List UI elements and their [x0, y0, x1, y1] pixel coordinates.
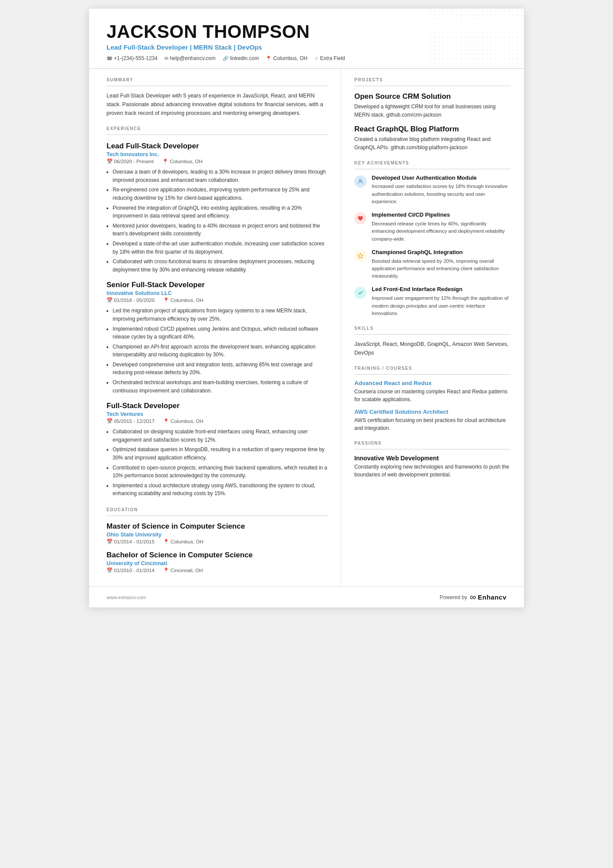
achievement-content-3: Championed GraphQL Integration Boosted d… — [372, 249, 511, 280]
extra-icon: ☆ — [314, 56, 319, 61]
project-desc-2: Created a collaborative blog platform in… — [354, 135, 511, 151]
job-title-3: Full-Stack Developer — [107, 402, 328, 410]
bullet-item: Optimized database queries in MongoDB, r… — [113, 446, 328, 462]
achievement-title-1: Developed User Authentication Module — [372, 174, 511, 182]
job-title-1: Lead Full-Stack Developer — [107, 142, 328, 151]
contact-phone: ☎ +1-(234)-555-1234 — [107, 55, 157, 61]
edu-meta-2: 📅 01/2010 - 01/2014 📍 Cincinnati, OH — [107, 567, 328, 573]
job-meta-1: 📅 06/2020 - Present 📍 Columbus, OH — [107, 158, 328, 164]
bullet-item: Pioneered the integration of GraphQL int… — [113, 204, 328, 220]
footer-website: www.enhancv.com — [107, 595, 146, 600]
bullet-item: Contributed to open-source projects, enh… — [113, 464, 328, 480]
achievement-desc-3: Boosted data retrieval speed by 20%, imp… — [372, 258, 511, 280]
bullet-item: Led the migration project of application… — [113, 307, 328, 323]
header-section: JACKSON THOMPSON Lead Full-Stack Develop… — [89, 9, 524, 68]
job-meta-3: 📅 05/2015 - 12/2017 📍 Columbus, OH — [107, 418, 328, 424]
job-title-2: Senior Full-Stack Developer — [107, 281, 328, 289]
main-content: SUMMARY Lead Full-Stack Developer with 5… — [89, 69, 524, 586]
bullet-item: Championed an API-first approach across … — [113, 343, 328, 359]
job-bullets-1: Oversaw a team of 8 developers, leading … — [107, 168, 328, 274]
svg-marker-1 — [358, 253, 363, 258]
bullet-item: Implemented a cloud architecture strateg… — [113, 482, 328, 498]
bullet-item: Mentored junior developers, leading to a… — [113, 222, 328, 238]
location-icon-edu1: 📍 — [163, 539, 169, 545]
skills-text: JavaScript, React, MongoDB, GraphQL, Ama… — [354, 340, 511, 357]
achievement-title-2: Implemented CI/CD Pipelines — [372, 211, 511, 219]
location-icon-1: 📍 — [162, 158, 168, 164]
edu-degree-1: Master of Science in Computer Science — [107, 522, 328, 531]
job-bullets-3: Collaborated on designing scalable front… — [107, 428, 328, 498]
achievement-4: Led Front-End Interface Redesign Improve… — [354, 286, 511, 317]
calendar-icon-edu1: 📅 — [107, 539, 113, 545]
summary-section-title: SUMMARY — [107, 77, 328, 82]
enhancv-logo: ∞ Enhancv — [470, 592, 506, 602]
calendar-icon-2: 📅 — [107, 297, 113, 303]
calendar-icon-edu2: 📅 — [107, 567, 113, 573]
job-location-3: 📍 Columbus, OH — [163, 418, 203, 424]
passion-title-1: Innovative Web Development — [354, 455, 511, 462]
achievement-icon-3 — [354, 250, 366, 262]
achievement-2: Implemented CI/CD Pipelines Decreased re… — [354, 211, 511, 243]
achievement-content-2: Implemented CI/CD Pipelines Decreased re… — [372, 211, 511, 243]
bullet-item: Collaborated on designing scalable front… — [113, 428, 328, 444]
right-column: PROJECTS Open Source CRM Solution Develo… — [341, 69, 524, 586]
location-icon-edu2: 📍 — [163, 567, 169, 573]
candidate-title: Lead Full-Stack Developer | MERN Stack |… — [107, 44, 506, 51]
achievements-section-title: KEY ACHIEVEMENTS — [354, 161, 511, 165]
job-location-2: 📍 Columbus, OH — [163, 297, 203, 303]
achievement-desc-1: Increased user satisfaction scores by 18… — [372, 183, 511, 205]
calendar-icon-3: 📅 — [107, 418, 113, 424]
job-date-1: 📅 06/2020 - Present — [107, 158, 153, 164]
location-icon: 📍 — [266, 56, 272, 61]
summary-text: Lead Full-Stack Developer with 5 years o… — [107, 91, 328, 117]
training-desc-2: AWS certification focusing on best pract… — [354, 416, 511, 432]
projects-section-title: PROJECTS — [354, 77, 511, 82]
job-date-2: 📅 01/2018 - 05/2020 — [107, 297, 154, 303]
edu-location-1: 📍 Columbus, OH — [163, 539, 203, 545]
project-title-1: Open Source CRM Solution — [354, 92, 511, 101]
phone-icon: ☎ — [107, 56, 113, 61]
job-meta-2: 📅 01/2018 - 05/2020 📍 Columbus, OH — [107, 297, 328, 303]
bullet-item: Developed comprehensive unit and integra… — [113, 361, 328, 377]
achievement-desc-2: Decreased release cycle times by 40%, si… — [372, 220, 511, 243]
linkedin-icon: 🔗 — [223, 56, 229, 61]
candidate-name: JACKSON THOMPSON — [107, 22, 506, 42]
bullet-item: Re-engineered core application modules, … — [113, 186, 328, 202]
enhancv-infinity-icon: ∞ — [470, 592, 476, 602]
contact-location: 📍 Columbus, OH — [266, 55, 307, 61]
powered-by-label: Powered by — [440, 594, 467, 600]
job-bullets-2: Led the migration project of application… — [107, 307, 328, 395]
achievement-content-4: Led Front-End Interface Redesign Improve… — [372, 286, 511, 317]
achievement-1: Developed User Authentication Module Inc… — [354, 174, 511, 206]
calendar-icon-1: 📅 — [107, 158, 113, 164]
achievement-content-1: Developed User Authentication Module Inc… — [372, 174, 511, 206]
location-icon-2: 📍 — [163, 297, 169, 303]
achievement-icon-1 — [354, 175, 366, 188]
resume-container: JACKSON THOMPSON Lead Full-Stack Develop… — [89, 9, 524, 607]
contact-extra: ☆ Extra Field — [314, 55, 345, 61]
contact-linkedin: 🔗 linkedin.com — [223, 55, 259, 61]
left-column: SUMMARY Lead Full-Stack Developer with 5… — [89, 69, 341, 586]
experience-section-title: EXPERIENCE — [107, 126, 328, 131]
passions-section-title: PASSIONS — [354, 441, 511, 446]
location-icon-3: 📍 — [163, 418, 169, 424]
education-section-title: EDUCATION — [107, 507, 328, 512]
passion-desc-1: Constantly exploring new technologies an… — [354, 463, 511, 479]
job-company-2: Innovative Solutions LLC — [107, 290, 328, 296]
enhancv-brand-name: Enhancv — [478, 593, 506, 601]
job-company-3: Tech Ventures — [107, 411, 328, 417]
skills-section-title: SKILLS — [354, 326, 511, 331]
achievement-title-4: Led Front-End Interface Redesign — [372, 286, 511, 293]
training-title-1: Advanced React and Redux — [354, 380, 511, 386]
achievement-desc-4: Improved user engagement by 12% through … — [372, 295, 511, 317]
bullet-item: Orchestrated technical workshops and tea… — [113, 379, 328, 395]
bullet-item: Developed a state-of-the-art user authen… — [113, 240, 328, 256]
project-title-2: React GraphQL Blog Platform — [354, 125, 511, 134]
edu-location-2: 📍 Cincinnati, OH — [163, 567, 203, 573]
achievement-icon-4 — [354, 287, 366, 299]
footer: www.enhancv.com Powered by ∞ Enhancv — [89, 586, 524, 607]
edu-date-1: 📅 01/2014 - 01/2015 — [107, 539, 154, 545]
achievement-3: Championed GraphQL Integration Boosted d… — [354, 249, 511, 280]
footer-brand: Powered by ∞ Enhancv — [440, 592, 506, 602]
edu-degree-2: Bachelor of Science in Computer Science — [107, 551, 328, 560]
